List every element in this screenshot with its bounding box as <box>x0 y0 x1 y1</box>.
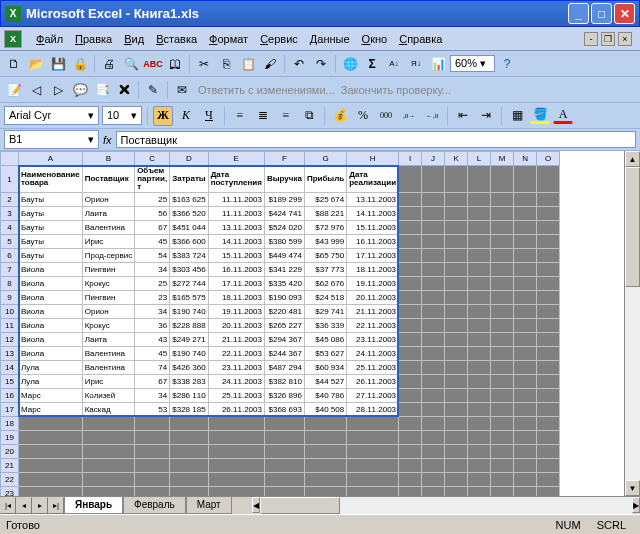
cell[interactable]: $328 185 <box>170 403 208 417</box>
help-icon[interactable]: ? <box>497 54 517 74</box>
align-right-icon[interactable]: ≡ <box>276 106 296 126</box>
cell[interactable]: 26.11.2003 <box>208 403 264 417</box>
row-header-9[interactable]: 9 <box>1 291 19 305</box>
cell[interactable]: 53 <box>135 403 170 417</box>
cell[interactable]: 16.11.2003 <box>347 235 399 249</box>
cell[interactable]: $40 508 <box>304 403 346 417</box>
hyperlink-icon[interactable]: 🌐 <box>340 54 360 74</box>
cell[interactable]: Крокус <box>82 319 134 333</box>
cell[interactable]: $426 360 <box>170 361 208 375</box>
cell[interactable]: $449 474 <box>264 249 304 263</box>
cell[interactable]: $24 518 <box>304 291 346 305</box>
cell[interactable]: 56 <box>135 207 170 221</box>
cell[interactable]: Выручка <box>264 166 304 193</box>
menu-Файл[interactable]: Файл <box>30 30 69 48</box>
cell[interactable]: Орион <box>82 193 134 207</box>
tab-last-button[interactable]: ▸| <box>48 497 64 514</box>
cell[interactable]: $165 575 <box>170 291 208 305</box>
cell[interactable]: $286 110 <box>170 389 208 403</box>
col-header-M[interactable]: M <box>491 152 514 166</box>
col-header-C[interactable]: C <box>135 152 170 166</box>
row-header-15[interactable]: 15 <box>1 375 19 389</box>
col-header-H[interactable]: H <box>347 152 399 166</box>
cell[interactable]: 26.11.2003 <box>347 375 399 389</box>
cell[interactable]: $451 044 <box>170 221 208 235</box>
sheet-tab-Март[interactable]: Март <box>186 497 232 514</box>
font-selector[interactable]: Arial Cyr▾ <box>4 106 99 125</box>
row-header-23[interactable]: 23 <box>1 487 19 497</box>
cell[interactable]: $335 420 <box>264 277 304 291</box>
cell[interactable]: 20.11.2003 <box>347 291 399 305</box>
underline-button[interactable]: Ч <box>199 106 219 126</box>
cell[interactable]: Прод-сервис <box>82 249 134 263</box>
cell[interactable]: $249 271 <box>170 333 208 347</box>
bold-button[interactable]: Ж <box>153 106 173 126</box>
cell[interactable]: $380 599 <box>264 235 304 249</box>
menu-Окно[interactable]: Окно <box>356 30 394 48</box>
next-comment-icon[interactable]: ▷ <box>48 80 68 100</box>
autosum-icon[interactable]: Σ <box>362 54 382 74</box>
save-icon[interactable]: 💾 <box>48 54 68 74</box>
cell[interactable]: 23.11.2003 <box>208 361 264 375</box>
cell[interactable]: Бауты <box>19 193 83 207</box>
format-painter-icon[interactable]: 🖌 <box>260 54 280 74</box>
spell-icon[interactable]: ABC <box>143 54 163 74</box>
mail-icon[interactable]: ✉ <box>172 80 192 100</box>
cell[interactable]: Виола <box>19 263 83 277</box>
cell[interactable]: Виола <box>19 291 83 305</box>
cell[interactable]: 34 <box>135 263 170 277</box>
cell[interactable]: $25 674 <box>304 193 346 207</box>
cell[interactable]: Пингвин <box>82 263 134 277</box>
cell[interactable]: 14.11.2003 <box>347 207 399 221</box>
cell[interactable]: $36 339 <box>304 319 346 333</box>
cell[interactable]: $65 750 <box>304 249 346 263</box>
col-header-F[interactable]: F <box>264 152 304 166</box>
cell[interactable]: $524 020 <box>264 221 304 235</box>
cell[interactable]: 34 <box>135 389 170 403</box>
redo-icon[interactable]: ↷ <box>311 54 331 74</box>
copy-icon[interactable]: ⎘ <box>216 54 236 74</box>
row-header-20[interactable]: 20 <box>1 445 19 459</box>
cell[interactable]: $43 999 <box>304 235 346 249</box>
cell[interactable]: Валентина <box>82 347 134 361</box>
delete-comment-icon[interactable]: 🗙 <box>114 80 134 100</box>
menu-Данные[interactable]: Данные <box>304 30 356 48</box>
cell[interactable]: Виола <box>19 333 83 347</box>
cell[interactable]: Бауты <box>19 235 83 249</box>
cell[interactable]: Марс <box>19 403 83 417</box>
cell[interactable]: 45 <box>135 347 170 361</box>
row-header-19[interactable]: 19 <box>1 431 19 445</box>
cell[interactable]: 74 <box>135 361 170 375</box>
decrease-indent-icon[interactable]: ⇤ <box>453 106 473 126</box>
cell[interactable]: 34 <box>135 305 170 319</box>
scroll-up-button[interactable]: ▲ <box>625 151 640 167</box>
permission-icon[interactable]: 🔒 <box>70 54 90 74</box>
scroll-right-button[interactable]: ▶ <box>632 497 640 513</box>
cell[interactable]: $40 786 <box>304 389 346 403</box>
row-header-22[interactable]: 22 <box>1 473 19 487</box>
cell[interactable]: Орион <box>82 305 134 319</box>
col-header-G[interactable]: G <box>304 152 346 166</box>
cell[interactable]: Лаита <box>82 207 134 221</box>
cell[interactable]: Ирис <box>82 235 134 249</box>
cell[interactable]: $366 520 <box>170 207 208 221</box>
cell[interactable]: 16.11.2003 <box>208 263 264 277</box>
cell[interactable]: $265 227 <box>264 319 304 333</box>
row-header-16[interactable]: 16 <box>1 389 19 403</box>
cell[interactable]: 23 <box>135 291 170 305</box>
chart-icon[interactable]: 📊 <box>428 54 448 74</box>
row-header-8[interactable]: 8 <box>1 277 19 291</box>
sheet-tab-Январь[interactable]: Январь <box>64 497 123 514</box>
cell[interactable]: 36 <box>135 319 170 333</box>
cell[interactable]: $29 741 <box>304 305 346 319</box>
research-icon[interactable]: 🕮 <box>165 54 185 74</box>
cell[interactable]: Наименование товара <box>19 166 83 193</box>
merge-icon[interactable]: ⧉ <box>299 106 319 126</box>
row-header-7[interactable]: 7 <box>1 263 19 277</box>
increase-decimal-icon[interactable]: ,0→ <box>399 106 419 126</box>
doc-restore-button[interactable]: ❐ <box>601 32 615 46</box>
tab-prev-button[interactable]: ◂ <box>16 497 32 514</box>
cell[interactable]: 11.11.2003 <box>208 207 264 221</box>
cell[interactable]: 24.11.2003 <box>208 375 264 389</box>
cell[interactable]: $53 627 <box>304 347 346 361</box>
